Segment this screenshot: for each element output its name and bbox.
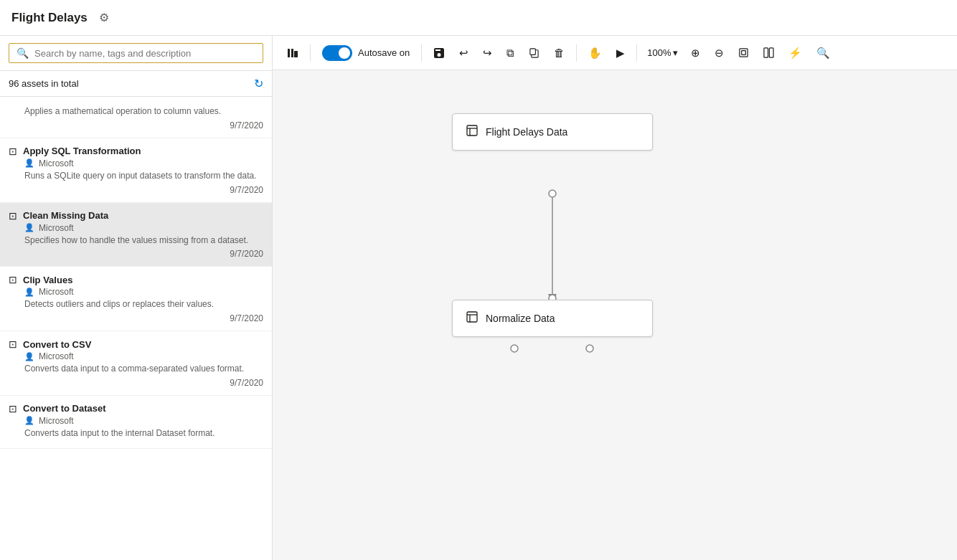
pipeline-node-normalize[interactable]: Normalize Data — [452, 300, 653, 337]
person-icon: 👤 — [24, 288, 34, 297]
item-author: Microsoft — [39, 287, 74, 297]
toolbar: Autosave on ↩ ↪ ⧉ 🗑 ✋ ▶ — [273, 36, 957, 70]
module-icon: ⊡ — [9, 210, 17, 222]
list-item[interactable]: ⊡ Clip Values 👤 Microsoft Detects outlie… — [0, 267, 272, 331]
settings-button[interactable]: ⚙ — [96, 8, 112, 27]
refresh-button[interactable]: ↻ — [254, 77, 263, 90]
pipeline-node-flight-delays[interactable]: Flight Delays Data — [452, 113, 653, 151]
search-input[interactable] — [34, 48, 255, 59]
module-icon: ⊡ — [9, 146, 17, 157]
item-description: Applies a mathematical operation to colu… — [24, 105, 263, 118]
svg-rect-17 — [467, 312, 477, 322]
item-date: 9/7/2020 — [9, 249, 263, 259]
zoom-display: 100% ▾ — [643, 44, 682, 61]
item-author-row: 👤 Microsoft — [24, 287, 263, 297]
module-icon — [466, 310, 478, 326]
canvas[interactable]: Flight Delays Data Normalize Data — [273, 70, 957, 560]
item-description: Converts data input to a comma-separated… — [24, 363, 263, 375]
item-title: Apply SQL Transformation — [23, 146, 141, 156]
svg-rect-1 — [291, 49, 293, 57]
item-description: Runs a SQLite query on input datasets to… — [24, 170, 263, 182]
lightning-button[interactable]: ⚡ — [783, 42, 808, 64]
item-author-row: 👤 Microsoft — [24, 158, 263, 169]
count-row: 96 assets in total ↻ — [0, 71, 272, 97]
item-description: Converts data input to the internal Data… — [24, 427, 263, 440]
pan-button[interactable]: ✋ — [583, 42, 608, 64]
zoom-in-button[interactable]: ⊕ — [685, 42, 706, 64]
svg-point-12 — [511, 345, 518, 352]
module-icon: ⊡ — [9, 338, 17, 350]
list-item[interactable]: ⊡ Apply SQL Transformation 👤 Microsoft R… — [0, 138, 272, 203]
zoom-chevron: ▾ — [673, 47, 678, 58]
fit-button[interactable] — [732, 43, 755, 62]
item-author: Microsoft — [39, 351, 74, 361]
save-button[interactable] — [428, 43, 451, 63]
item-date: 9/7/2020 — [9, 120, 263, 130]
search-wrapper[interactable]: 🔍 — [9, 43, 263, 63]
list-item[interactable]: ⊡ Convert to Dataset 👤 Microsoft Convert… — [0, 396, 272, 449]
item-author-row: 👤 Microsoft — [24, 223, 263, 233]
toolbar-separator — [576, 44, 577, 62]
paste-button[interactable] — [523, 43, 545, 62]
item-header: ⊡ Convert to Dataset — [9, 403, 263, 414]
svg-point-13 — [586, 345, 593, 352]
zoom-out-button[interactable]: ⊖ — [709, 42, 730, 64]
copy-button[interactable]: ⧉ — [501, 42, 520, 64]
list-item[interactable]: ⊡ Convert to CSV 👤 Microsoft Converts da… — [0, 331, 272, 396]
item-header: ⊡ Clip Values — [9, 274, 263, 285]
main-content: 🔍 96 assets in total ↻ Applies a mathema… — [0, 36, 957, 560]
library-button[interactable] — [281, 43, 304, 63]
item-title: Convert to Dataset — [23, 403, 106, 414]
item-header: ⊡ Convert to CSV — [9, 338, 263, 350]
item-description: Specifies how to handle the values missi… — [24, 234, 263, 247]
item-description: Detects outliers and clips or replaces t… — [24, 298, 263, 310]
autosave-switch[interactable] — [322, 45, 352, 61]
toolbar-separator — [421, 44, 422, 62]
autosave-label: Autosave on — [358, 47, 410, 58]
toolbar-separator — [636, 44, 637, 62]
svg-rect-14 — [467, 125, 477, 136]
split-button[interactable] — [758, 43, 780, 62]
delete-button[interactable]: 🗑 — [548, 42, 570, 63]
item-author: Microsoft — [39, 223, 74, 233]
redo-button[interactable]: ↪ — [477, 42, 498, 64]
autosave-toggle: Autosave on — [322, 45, 410, 61]
item-header: ⊡ Clean Missing Data — [9, 210, 263, 222]
item-title: Clean Missing Data — [23, 210, 108, 221]
run-button[interactable]: ▶ — [610, 42, 631, 64]
svg-rect-0 — [288, 49, 290, 57]
sidebar-list: Applies a mathematical operation to colu… — [0, 97, 272, 560]
asset-count: 96 assets in total — [9, 78, 79, 89]
item-date: 9/7/2020 — [9, 185, 263, 195]
person-icon: 👤 — [24, 352, 34, 361]
item-header: ⊡ Apply SQL Transformation — [9, 146, 263, 157]
person-icon: 👤 — [24, 223, 34, 232]
svg-rect-4 — [530, 49, 536, 54]
item-title: Clip Values — [23, 275, 72, 285]
item-date: 9/7/2020 — [9, 313, 263, 323]
svg-rect-7 — [763, 48, 768, 57]
person-icon: 👤 — [24, 416, 34, 425]
zoom-value: 100% — [647, 47, 671, 58]
item-author-row: 👤 Microsoft — [24, 351, 263, 361]
list-item[interactable]: Applies a mathematical operation to colu… — [0, 97, 272, 138]
list-item[interactable]: ⊡ Clean Missing Data 👤 Microsoft Specifi… — [0, 203, 272, 267]
item-author: Microsoft — [39, 158, 74, 169]
item-author: Microsoft — [39, 416, 74, 426]
sidebar: 🔍 96 assets in total ↻ Applies a mathema… — [0, 36, 273, 560]
node-label-normalize: Normalize Data — [486, 313, 555, 324]
svg-point-10 — [549, 190, 556, 197]
canvas-wrapper: Autosave on ↩ ↪ ⧉ 🗑 ✋ ▶ — [273, 36, 957, 560]
svg-rect-8 — [769, 48, 773, 57]
top-bar: Flight Delays ⚙ — [0, 0, 957, 36]
undo-button[interactable]: ↩ — [453, 42, 474, 64]
person-icon: 👤 — [24, 158, 34, 168]
canvas-search-button[interactable]: 🔍 — [811, 42, 836, 64]
item-author-row: 👤 Microsoft — [24, 416, 263, 426]
svg-rect-2 — [294, 51, 298, 57]
module-icon: ⊡ — [9, 274, 17, 285]
node-label-flight-delays: Flight Delays Data — [486, 126, 567, 138]
svg-rect-5 — [739, 49, 747, 57]
sidebar-search-area: 🔍 — [0, 36, 272, 71]
page-title: Flight Delays — [11, 11, 88, 25]
